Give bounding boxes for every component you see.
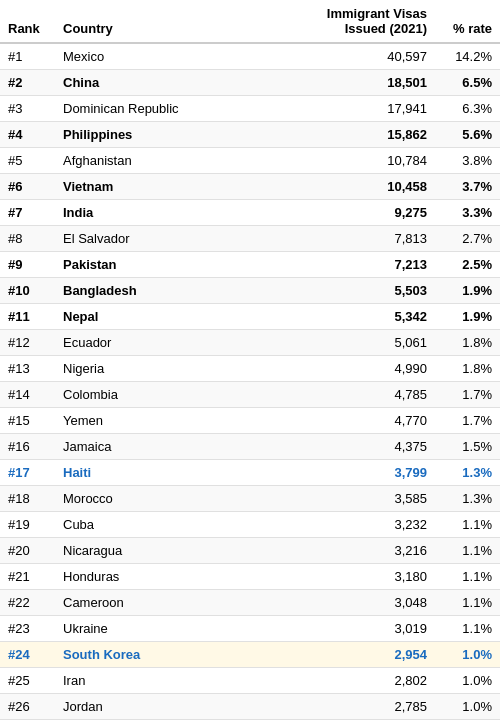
cell-rate: 1.9% bbox=[435, 278, 500, 304]
cell-rate: 5.6% bbox=[435, 122, 500, 148]
table-row: #23Ukraine3,0191.1% bbox=[0, 616, 500, 642]
cell-rank: #8 bbox=[0, 226, 55, 252]
table-row: #27Guatemala2,7171.0% bbox=[0, 720, 500, 724]
cell-visas: 10,784 bbox=[290, 148, 435, 174]
cell-rate: 6.5% bbox=[435, 70, 500, 96]
cell-visas: 7,813 bbox=[290, 226, 435, 252]
cell-rate: 1.8% bbox=[435, 330, 500, 356]
cell-country: Nigeria bbox=[55, 356, 290, 382]
cell-country: Cameroon bbox=[55, 590, 290, 616]
cell-country: Dominican Republic bbox=[55, 96, 290, 122]
cell-rate: 1.1% bbox=[435, 538, 500, 564]
cell-country: Philippines bbox=[55, 122, 290, 148]
cell-visas: 18,501 bbox=[290, 70, 435, 96]
cell-visas: 2,717 bbox=[290, 720, 435, 724]
cell-visas: 10,458 bbox=[290, 174, 435, 200]
cell-country: Vietnam bbox=[55, 174, 290, 200]
table-row: #14Colombia4,7851.7% bbox=[0, 382, 500, 408]
cell-country: Morocco bbox=[55, 486, 290, 512]
cell-visas: 17,941 bbox=[290, 96, 435, 122]
cell-country: Colombia bbox=[55, 382, 290, 408]
cell-country: Haiti bbox=[55, 460, 290, 486]
cell-country: South Korea bbox=[55, 642, 290, 668]
cell-country: Ukraine bbox=[55, 616, 290, 642]
cell-rank: #2 bbox=[0, 70, 55, 96]
cell-country: Yemen bbox=[55, 408, 290, 434]
cell-rank: #11 bbox=[0, 304, 55, 330]
table-row: #21Honduras3,1801.1% bbox=[0, 564, 500, 590]
cell-visas: 3,048 bbox=[290, 590, 435, 616]
table-row: #6Vietnam10,4583.7% bbox=[0, 174, 500, 200]
cell-visas: 4,375 bbox=[290, 434, 435, 460]
cell-rate: 1.3% bbox=[435, 460, 500, 486]
cell-rate: 1.3% bbox=[435, 486, 500, 512]
table-row: #9Pakistan7,2132.5% bbox=[0, 252, 500, 278]
cell-visas: 4,785 bbox=[290, 382, 435, 408]
cell-rate: 1.0% bbox=[435, 720, 500, 724]
table-row: #1Mexico40,59714.2% bbox=[0, 43, 500, 70]
cell-visas: 5,342 bbox=[290, 304, 435, 330]
cell-rate: 3.7% bbox=[435, 174, 500, 200]
header-visas: Immigrant VisasIssued (2021) bbox=[290, 0, 435, 43]
table-row: #26Jordan2,7851.0% bbox=[0, 694, 500, 720]
header-rank: Rank bbox=[0, 0, 55, 43]
table-row: #8El Salvador7,8132.7% bbox=[0, 226, 500, 252]
cell-rank: #26 bbox=[0, 694, 55, 720]
table-row: #19Cuba3,2321.1% bbox=[0, 512, 500, 538]
cell-rank: #22 bbox=[0, 590, 55, 616]
table-row: #17Haiti3,7991.3% bbox=[0, 460, 500, 486]
cell-rank: #9 bbox=[0, 252, 55, 278]
cell-rank: #7 bbox=[0, 200, 55, 226]
cell-rank: #3 bbox=[0, 96, 55, 122]
cell-country: Afghanistan bbox=[55, 148, 290, 174]
cell-rate: 1.8% bbox=[435, 356, 500, 382]
table-row: #24South Korea2,9541.0% bbox=[0, 642, 500, 668]
cell-rank: #24 bbox=[0, 642, 55, 668]
cell-country: Bangladesh bbox=[55, 278, 290, 304]
cell-rate: 1.1% bbox=[435, 590, 500, 616]
cell-visas: 3,232 bbox=[290, 512, 435, 538]
cell-rank: #6 bbox=[0, 174, 55, 200]
cell-visas: 5,503 bbox=[290, 278, 435, 304]
table-row: #15Yemen4,7701.7% bbox=[0, 408, 500, 434]
cell-country: Nicaragua bbox=[55, 538, 290, 564]
cell-visas: 2,954 bbox=[290, 642, 435, 668]
cell-country: Ecuador bbox=[55, 330, 290, 356]
table-row: #10Bangladesh5,5031.9% bbox=[0, 278, 500, 304]
cell-rate: 1.0% bbox=[435, 694, 500, 720]
table-row: #11Nepal5,3421.9% bbox=[0, 304, 500, 330]
table-row: #20Nicaragua3,2161.1% bbox=[0, 538, 500, 564]
cell-visas: 4,990 bbox=[290, 356, 435, 382]
cell-country: Jamaica bbox=[55, 434, 290, 460]
cell-visas: 5,061 bbox=[290, 330, 435, 356]
cell-rate: 1.5% bbox=[435, 434, 500, 460]
table-row: #18Morocco3,5851.3% bbox=[0, 486, 500, 512]
cell-rate: 1.1% bbox=[435, 564, 500, 590]
cell-rank: #14 bbox=[0, 382, 55, 408]
cell-visas: 9,275 bbox=[290, 200, 435, 226]
table-row: #7India9,2753.3% bbox=[0, 200, 500, 226]
table-row: #3Dominican Republic17,9416.3% bbox=[0, 96, 500, 122]
cell-country: Iran bbox=[55, 668, 290, 694]
cell-rank: #21 bbox=[0, 564, 55, 590]
cell-visas: 2,785 bbox=[290, 694, 435, 720]
cell-rank: #13 bbox=[0, 356, 55, 382]
cell-rank: #18 bbox=[0, 486, 55, 512]
cell-rate: 2.5% bbox=[435, 252, 500, 278]
cell-country: Pakistan bbox=[55, 252, 290, 278]
cell-visas: 15,862 bbox=[290, 122, 435, 148]
cell-rank: #4 bbox=[0, 122, 55, 148]
cell-rate: 1.7% bbox=[435, 408, 500, 434]
table-row: #12Ecuador5,0611.8% bbox=[0, 330, 500, 356]
cell-rank: #23 bbox=[0, 616, 55, 642]
cell-country: Mexico bbox=[55, 43, 290, 70]
table-row: #25Iran2,8021.0% bbox=[0, 668, 500, 694]
cell-visas: 4,770 bbox=[290, 408, 435, 434]
cell-rate: 1.1% bbox=[435, 512, 500, 538]
header-rate: % rate bbox=[435, 0, 500, 43]
cell-country: China bbox=[55, 70, 290, 96]
cell-visas: 7,213 bbox=[290, 252, 435, 278]
cell-rate: 14.2% bbox=[435, 43, 500, 70]
cell-country: Honduras bbox=[55, 564, 290, 590]
data-table: Rank Country Immigrant VisasIssued (2021… bbox=[0, 0, 500, 723]
